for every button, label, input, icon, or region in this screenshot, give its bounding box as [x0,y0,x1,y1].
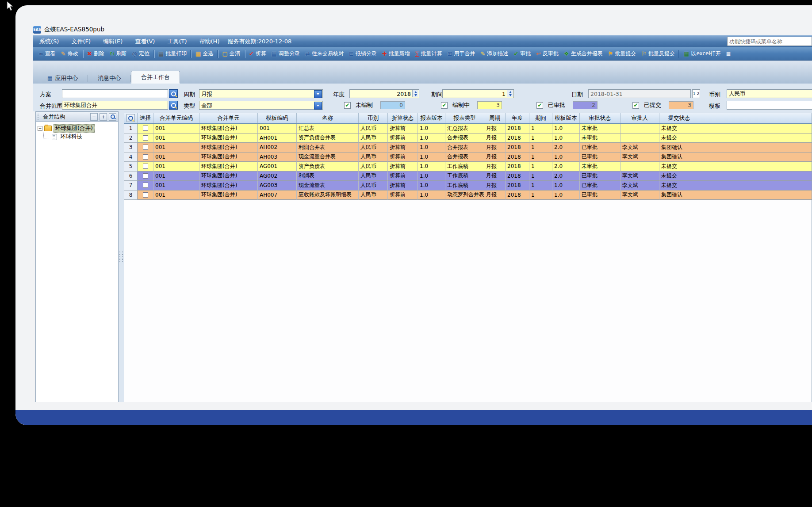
table-cell[interactable]: 折算前 [388,124,418,133]
type-select[interactable]: 全部 [199,101,323,110]
toolbar-button-delete[interactable]: ✖删除 [84,49,107,59]
table-cell[interactable]: 折算前 [388,133,418,143]
status-checkbox-submitted[interactable]: ✔ [632,102,639,109]
table-cell[interactable]: 001 [153,124,199,133]
table-cell[interactable]: 1 [529,191,552,200]
table-cell[interactable]: 应收账款及坏账明细表 [297,191,359,200]
table-cell[interactable]: 利润表 [297,172,359,181]
toolbar-button-adjust-entries[interactable]: ▤调整分录 [269,49,303,59]
table-cell[interactable]: 人民币 [359,181,388,191]
menu-item-edit[interactable]: 编辑(E) [97,38,129,46]
menu-item-help[interactable]: 帮助(H) [193,38,226,46]
grid-search-button[interactable] [126,114,135,122]
term-stepper[interactable]: 1 [442,89,514,98]
table-cell[interactable]: 1 [529,133,552,143]
table-cell[interactable]: 月报 [484,143,506,152]
table-cell[interactable]: 已审批 [580,152,620,162]
table-cell[interactable]: AH002 [258,143,297,152]
row-select-cell[interactable] [138,191,153,200]
table-cell[interactable]: 人民币 [359,143,388,152]
table-cell[interactable]: 人民币 [359,191,388,200]
menu-item-tools[interactable]: 工具(T) [161,38,193,46]
tab-message-center[interactable]: 消息中心 [88,73,130,84]
toolbar-button-batch-print[interactable]: ▤批量打印 [156,49,189,59]
toolbar-button-modify[interactable]: ✎修改 [58,49,81,59]
table-cell[interactable]: 月报 [484,152,506,162]
table-cell[interactable]: 1.0 [552,191,580,200]
row-checkbox[interactable] [143,154,148,160]
status-checkbox-approved[interactable]: ✔ [536,102,543,109]
table-cell[interactable]: 未提交 [659,133,699,143]
table-cell[interactable]: 人民币 [359,133,388,143]
table-cell[interactable]: 1.0 [418,143,445,152]
table-cell[interactable]: 2018 [506,143,529,152]
table-cell[interactable]: 李文斌 [620,172,659,181]
table-row[interactable]: 6001环球集团(合并)AG002利润表人民币折算前1.0工作底稿月报20181… [124,172,812,181]
toolbar-button-select-all[interactable]: ▦全选 [193,49,216,59]
row-checkbox[interactable] [143,126,148,131]
table-row[interactable]: 3001环球集团(合并)AH002利润合并表人民币折算前1.0合并报表月报201… [124,143,812,152]
table-row[interactable]: 8001环球集团(合并)AH007应收账款及坏账明细表人民币折算前1.0动态罗列… [124,191,812,200]
row-checkbox[interactable] [143,173,148,179]
table-cell[interactable]: 001 [153,172,199,181]
table-cell[interactable]: 资产负债表 [297,162,359,172]
table-cell[interactable]: 1 [529,162,552,172]
toolbar-button-view[interactable]: ∞查看 [36,49,58,59]
date-input[interactable] [588,89,691,98]
table-cell[interactable]: AG001 [258,162,297,172]
table-cell[interactable]: 001 [153,143,199,152]
table-cell[interactable]: 2.0 [552,143,580,152]
table-cell[interactable]: 汇总报表 [445,124,484,133]
column-header-14[interactable]: 审批人 [620,113,659,123]
column-header-3[interactable]: 模板编码 [258,113,297,123]
table-cell[interactable]: 1.0 [418,152,445,162]
table-cell[interactable]: 李文斌 [620,181,659,191]
row-select-cell[interactable] [138,181,153,191]
row-checkbox[interactable] [143,145,148,150]
status-checkbox-not-prepared[interactable]: ✔ [344,102,351,109]
row-select-cell[interactable] [138,133,153,143]
table-cell[interactable]: 环球集团(合并) [199,181,258,191]
table-cell[interactable]: 集团确认 [659,191,699,200]
table-cell[interactable]: 2018 [506,152,529,162]
table-cell[interactable]: 1 [529,124,552,133]
toolbar-button-clear-all[interactable]: ▢全清 [220,49,243,59]
table-cell[interactable]: 001 [153,133,199,143]
table-cell[interactable]: 人民币 [359,162,388,172]
table-cell[interactable]: 2018 [506,191,529,200]
table-cell[interactable]: 折算前 [388,162,418,172]
row-checkbox[interactable] [143,164,148,169]
table-cell[interactable]: AH003 [258,152,297,162]
row-select-cell[interactable] [138,162,153,172]
currency-input[interactable] [727,89,812,98]
tree-search-button[interactable] [109,113,116,121]
row-checkbox[interactable] [143,192,148,198]
column-header-12[interactable]: 模板版本 [552,113,580,123]
table-cell[interactable]: 月报 [484,124,506,133]
table-cell[interactable]: 1.0 [552,181,580,191]
table-cell[interactable]: 1.0 [418,172,445,181]
table-cell[interactable]: 1 [529,143,552,152]
table-cell[interactable]: 2018 [506,124,529,133]
table-row[interactable]: 7001环球集团(合并)AG003现金流量表人民币折算前1.0工作底稿月报201… [124,181,812,191]
table-cell[interactable]: 1.0 [418,133,445,143]
table-cell[interactable]: AG002 [258,172,297,181]
chevron-down-icon[interactable] [314,102,322,110]
column-header-10[interactable]: 年度 [506,113,529,123]
table-row[interactable]: 1001环球集团(合并)001汇总表人民币折算前1.0汇总报表月报201811.… [124,124,812,133]
table-cell[interactable]: 1.0 [552,124,580,133]
spinner-icon[interactable] [507,90,513,97]
table-cell[interactable]: 环球集团(合并) [199,172,258,181]
toolbar-button-offset-entries[interactable]: ⊟抵销分录 [346,49,379,59]
table-cell[interactable]: 1.0 [552,152,580,162]
toolbar-button-unapprove[interactable]: ↩反审批 [533,49,561,59]
tree-node-root[interactable]: − 环球集团(合并) [38,124,116,133]
toolbar-button-transaction-check[interactable]: ⇄往来交易核对 [303,49,346,59]
table-cell[interactable]: 1 [529,181,552,191]
scope-lookup-button[interactable] [169,101,178,110]
table-cell[interactable]: 资产负债合并表 [297,133,359,143]
toolbar-button-refresh[interactable]: ↻刷新 [107,49,130,59]
table-row[interactable]: 2001环球集团(合并)AH001资产负债合并表人民币折算前1.0合并报表月报2… [124,133,812,143]
table-cell[interactable]: 2.0 [552,162,580,172]
table-cell[interactable] [620,124,659,133]
